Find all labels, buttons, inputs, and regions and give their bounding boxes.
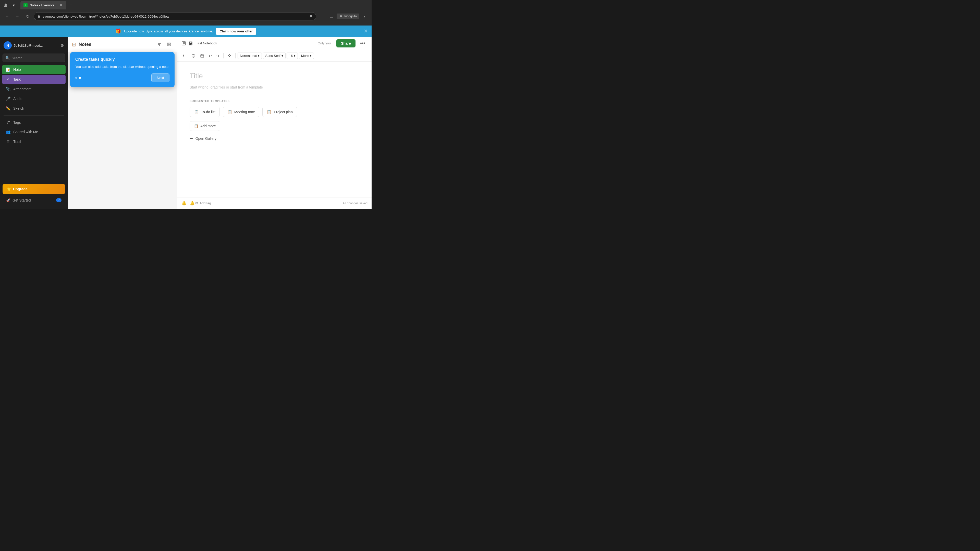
new-tab-btn[interactable]: + xyxy=(67,2,75,9)
font-dropdown[interactable]: Sans Serif ▾ xyxy=(263,52,286,59)
sidebar-item-task-label: Task xyxy=(13,77,21,81)
editor-content[interactable]: Title Start writing, drag files or start… xyxy=(177,62,372,197)
address-bar[interactable]: evernote.com/client/web?login=true#/note… xyxy=(34,12,316,21)
todo-icon: 📋 xyxy=(194,110,199,114)
browser-chrome: ▾ N Notes - Evernote ✕ + ← → ↻ evernote.… xyxy=(0,0,372,25)
notebook-name[interactable]: First Notebook xyxy=(196,41,217,45)
sidebar-bottom: ⭐ Upgrade 🚀 Get Started 7 xyxy=(0,182,68,206)
get-started-item[interactable]: 🚀 Get Started 7 xyxy=(3,196,65,204)
profile-btn[interactable] xyxy=(2,2,9,9)
sidebar-item-tags[interactable]: 🏷 Tags xyxy=(2,118,65,127)
sidebar-item-shared-label: Shared with Me xyxy=(13,130,38,134)
lock-icon xyxy=(37,14,41,18)
notes-title-icon: 📋 xyxy=(72,42,76,46)
template-grid: 📋 To-do list 📋 Meeting note 📋 Project pl… xyxy=(189,106,360,117)
add-more-button[interactable]: 📋 Add more xyxy=(189,121,220,131)
add-tag-area[interactable]: 🏷 Add tag xyxy=(195,201,211,205)
incognito-badge: Incognito xyxy=(337,14,360,19)
menu-btn[interactable]: ⋮ xyxy=(360,12,369,21)
upgrade-button[interactable]: ⭐ Upgrade xyxy=(3,184,65,194)
tab-controls: ▾ xyxy=(2,2,18,9)
refresh-btn[interactable]: ↻ xyxy=(24,12,32,21)
meeting-icon: 📋 xyxy=(227,110,232,114)
open-gallery-button[interactable]: ••• Open Gallery xyxy=(189,134,216,143)
task-check-btn[interactable] xyxy=(189,52,197,59)
layout-btn[interactable] xyxy=(165,40,173,48)
sidebar-item-attachment[interactable]: 📎 Attachment xyxy=(2,84,65,94)
redo-text-btn[interactable]: ↪ xyxy=(215,52,221,59)
app-container: 🎁 Upgrade now. Sync across all your devi… xyxy=(0,25,372,209)
sidebar-item-trash[interactable]: 🗑 Trash xyxy=(2,137,65,146)
editor-toolbar: ↩ ↪ Normal text ▾ Sans Serif ▾ 16 ▾ xyxy=(177,50,372,62)
tooltip-title: Create tasks quickly xyxy=(75,57,169,62)
filter-btn[interactable] xyxy=(155,40,163,48)
back-btn[interactable]: ← xyxy=(3,12,11,21)
more-options-button[interactable]: ••• xyxy=(358,39,368,47)
add-more-icon: 📋 xyxy=(194,124,198,128)
sidebar-item-note-label: Note xyxy=(13,68,21,72)
tab-close-btn[interactable]: ✕ xyxy=(59,3,63,7)
font-chevron: ▾ xyxy=(282,54,283,58)
incognito-icon xyxy=(339,14,343,18)
sidebar-item-sketch[interactable]: ✏️ Sketch xyxy=(2,104,65,113)
sidebar-item-shared[interactable]: 👥 Shared with Me xyxy=(2,127,65,137)
extensions-btn[interactable] xyxy=(318,12,326,21)
bell-icon[interactable]: 🔔 xyxy=(181,201,186,206)
active-tab[interactable]: N Notes - Evernote ✕ xyxy=(21,1,66,10)
note-body-placeholder[interactable]: Start writing, drag files or start from … xyxy=(189,85,360,89)
sidebar-header: N 5b3c818b@mood... ⚙ xyxy=(0,39,68,52)
calendar-btn[interactable] xyxy=(198,52,206,59)
nav-right-icons: Incognito ⋮ xyxy=(318,12,369,21)
sidebar-item-task[interactable]: ✓ Task xyxy=(2,75,65,84)
project-icon: 📋 xyxy=(267,110,272,114)
save-status: All changes saved xyxy=(343,202,368,205)
banner-close-button[interactable]: ✕ xyxy=(364,28,368,34)
visibility-label: Only you xyxy=(318,41,331,45)
undo-text-btn[interactable]: ↩ xyxy=(207,52,213,59)
sidebar-divider xyxy=(3,115,64,116)
banner-text: Upgrade now. Sync across all your device… xyxy=(124,29,213,33)
tooltip-next-button[interactable]: Next xyxy=(151,73,169,82)
banner-gift-icon: 🎁 xyxy=(115,28,121,34)
template-todo[interactable]: 📋 To-do list xyxy=(189,106,220,117)
svg-point-4 xyxy=(340,16,341,17)
svg-rect-6 xyxy=(167,43,169,44)
note-title[interactable]: Title xyxy=(189,72,360,80)
format-dropdown[interactable]: Normal text ▾ xyxy=(238,52,262,59)
settings-btn[interactable]: ⚙ xyxy=(60,43,64,48)
share-button[interactable]: Share xyxy=(336,39,355,48)
template-project[interactable]: 📋 Project plan xyxy=(262,106,297,117)
cast-btn[interactable] xyxy=(328,12,336,21)
meeting-label: Meeting note xyxy=(234,110,255,114)
tab-bar: ▾ N Notes - Evernote ✕ + xyxy=(0,0,372,10)
notes-title: Notes xyxy=(79,42,91,47)
sidebar-item-sketch-label: Sketch xyxy=(13,106,24,110)
account-name: 5b3c818b@mood... xyxy=(14,44,59,48)
undo-btn[interactable] xyxy=(181,52,189,59)
sidebar-item-note[interactable]: 📝 Note xyxy=(2,65,65,74)
toolbar-divider-1 xyxy=(223,53,224,59)
sidebar-item-audio[interactable]: 🎤 Audio xyxy=(2,94,65,103)
reminder-icon[interactable]: 🔔 xyxy=(189,201,195,206)
gallery-dots-icon: ••• xyxy=(189,137,193,141)
note-icon: 📝 xyxy=(6,67,11,72)
forward-btn[interactable]: → xyxy=(13,12,21,21)
sidebar-item-audio-label: Audio xyxy=(13,97,22,101)
size-dropdown[interactable]: 16 ▾ xyxy=(286,52,298,59)
search-box[interactable]: 🔍 Search xyxy=(3,54,65,62)
app-main: N 5b3c818b@mood... ⚙ 🔍 Search 📝 Note ✓ T… xyxy=(0,37,372,209)
template-meeting[interactable]: 📋 Meeting note xyxy=(223,106,259,117)
ai-btn[interactable] xyxy=(226,52,233,59)
suggested-templates-label: SUGGESTED TEMPLATES xyxy=(189,100,360,103)
footer-icons: 🔔 🔔 xyxy=(181,201,195,206)
tab-search-btn[interactable]: ▾ xyxy=(10,2,18,9)
editor-footer: 🔔 🔔 🏷 Add tag All changes saved xyxy=(177,197,372,209)
incognito-label: Incognito xyxy=(344,14,357,18)
banner-cta-button[interactable]: Claim now your offer xyxy=(216,28,256,35)
bookmark-icon[interactable] xyxy=(309,14,313,18)
more-dropdown[interactable]: More ▾ xyxy=(299,52,314,59)
sidebar-item-attachment-label: Attachment xyxy=(13,87,32,91)
get-started-badge: 7 xyxy=(56,198,62,202)
upgrade-label: Upgrade xyxy=(13,187,27,191)
get-started-label: Get Started xyxy=(13,198,31,202)
